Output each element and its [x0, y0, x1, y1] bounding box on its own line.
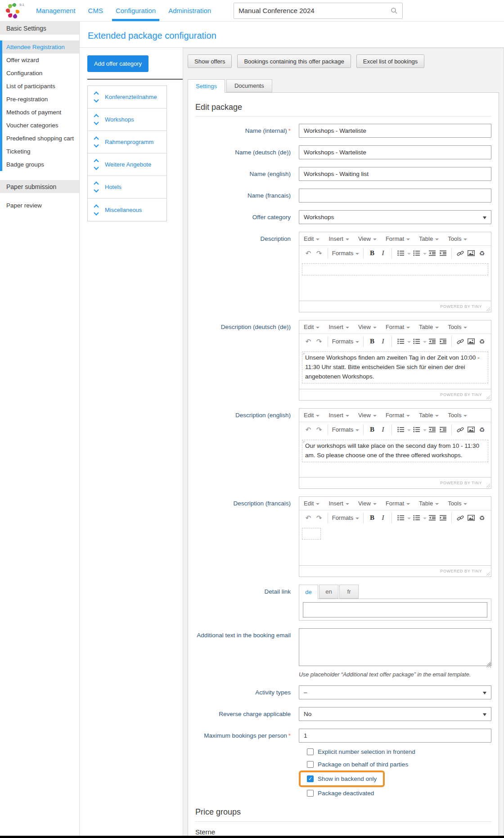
offer-category-link[interactable]: Workshops: [105, 116, 134, 123]
formats-dropdown[interactable]: Formats: [331, 424, 360, 436]
offer-category-link[interactable]: Konferenzteilnahme: [105, 94, 157, 100]
checkbox-package-on-behalf-of-third-parties[interactable]: [307, 761, 314, 768]
editor-menu-insert[interactable]: Insert: [328, 412, 349, 419]
outdent-icon[interactable]: [427, 336, 437, 347]
editor-menu-tools[interactable]: Tools: [448, 500, 467, 507]
editor-menu-edit[interactable]: Edit: [304, 500, 320, 507]
numbered-list-icon[interactable]: [411, 248, 422, 259]
tab-documents[interactable]: Documents: [226, 79, 272, 92]
indent-icon[interactable]: [437, 512, 448, 524]
detail-link-tab-fr[interactable]: fr: [339, 585, 359, 599]
move-down-icon[interactable]: [94, 187, 99, 192]
editor-menu-format[interactable]: Format: [386, 324, 410, 330]
image-icon[interactable]: [466, 424, 477, 436]
offer-category-select[interactable]: Workshops: [299, 210, 491, 224]
formats-dropdown[interactable]: Formats: [331, 248, 360, 259]
editor-menu-tools[interactable]: Tools: [448, 412, 467, 419]
paragraph-block[interactable]: [302, 528, 321, 540]
redo-icon[interactable]: ↷: [314, 512, 324, 524]
nav-item-management[interactable]: Management: [30, 0, 82, 21]
select-dropdown[interactable]: –: [299, 685, 491, 699]
max-bookings-input[interactable]: [299, 729, 491, 743]
move-down-icon[interactable]: [94, 97, 99, 102]
offer-category-link[interactable]: Weitere Angebote: [105, 161, 151, 168]
action-button-2[interactable]: Excel list of bookings: [356, 54, 424, 68]
italic-icon[interactable]: I: [378, 424, 388, 436]
undo-icon[interactable]: ↶: [303, 248, 314, 259]
editor-menu-insert[interactable]: Insert: [328, 324, 349, 330]
move-up-icon[interactable]: [94, 181, 99, 186]
text-input[interactable]: [299, 145, 491, 159]
move-up-icon[interactable]: [94, 136, 99, 141]
indent-icon[interactable]: [437, 336, 448, 347]
resize-grip[interactable]: [486, 395, 490, 399]
move-down-icon[interactable]: [94, 120, 99, 125]
checkbox-explicit-number-selection-in-frontend[interactable]: [307, 748, 314, 755]
app-logo-icon[interactable]: 9.1: [5, 3, 21, 19]
indent-icon[interactable]: [437, 248, 448, 259]
sidebar-item-badge-groups[interactable]: Badge groups: [2, 158, 79, 171]
editor-menu-edit[interactable]: Edit: [304, 235, 320, 242]
resize-grip[interactable]: [486, 571, 490, 576]
bold-icon[interactable]: B: [367, 512, 378, 524]
offer-category-link[interactable]: Rahmenprogramm: [105, 139, 153, 145]
move-down-icon[interactable]: [94, 210, 99, 215]
detail-link-tab-de[interactable]: de: [299, 585, 318, 599]
editor-menu-insert[interactable]: Insert: [328, 235, 349, 242]
fullscreen-icon[interactable]: ♻: [477, 248, 487, 259]
nav-item-administration[interactable]: Administration: [162, 0, 217, 21]
search-value[interactable]: Manual Conference 2024: [238, 7, 391, 14]
undo-icon[interactable]: ↶: [303, 512, 314, 524]
image-icon[interactable]: [466, 512, 477, 524]
editor-menu-format[interactable]: Format: [386, 500, 410, 507]
sidebar-item-voucher-categories[interactable]: Voucher categories: [2, 119, 79, 132]
editor-content[interactable]: POur workshops will take place on the se…: [299, 437, 491, 477]
editor-content[interactable]: [299, 525, 491, 565]
search-icon[interactable]: [391, 7, 398, 14]
redo-icon[interactable]: ↷: [314, 336, 324, 347]
tab-settings[interactable]: Settings: [188, 79, 225, 93]
undo-icon[interactable]: ↶: [303, 424, 314, 436]
image-icon[interactable]: [466, 336, 477, 347]
checkbox-package-deactivated[interactable]: [307, 790, 314, 797]
editor-menu-format[interactable]: Format: [386, 235, 410, 242]
resize-grip[interactable]: [486, 483, 490, 487]
editor-menu-view[interactable]: View: [358, 324, 377, 330]
outdent-icon[interactable]: [427, 248, 437, 259]
action-button-1[interactable]: Bookings containing this offer package: [237, 54, 351, 68]
move-up-icon[interactable]: [94, 91, 99, 96]
sidebar-item-paper-review[interactable]: Paper review: [0, 199, 79, 212]
italic-icon[interactable]: I: [378, 336, 388, 347]
link-icon[interactable]: [455, 424, 466, 436]
redo-icon[interactable]: ↷: [314, 424, 324, 436]
sidebar-item-predefined-shopping-cart[interactable]: Predefined shopping cart: [2, 132, 79, 145]
outdent-icon[interactable]: [427, 512, 437, 524]
indent-icon[interactable]: [437, 424, 448, 436]
detail-link-input[interactable]: [303, 602, 487, 617]
fullscreen-icon[interactable]: ♻: [477, 512, 487, 524]
editor-content[interactable]: PUnsere Workshops finden am zweiten Tag …: [299, 349, 491, 389]
redo-icon[interactable]: ↷: [314, 248, 324, 259]
italic-icon[interactable]: I: [378, 248, 388, 259]
paragraph-block[interactable]: [302, 263, 488, 275]
link-icon[interactable]: [455, 512, 466, 524]
sidebar-item-ticketing[interactable]: Ticketing: [2, 145, 79, 158]
paragraph-block[interactable]: PUnsere Workshops finden am zweiten Tag …: [302, 351, 488, 383]
bold-icon[interactable]: B: [367, 248, 378, 259]
nav-item-cms[interactable]: CMS: [82, 0, 109, 21]
italic-icon[interactable]: I: [378, 512, 388, 524]
offer-category-link[interactable]: Miscellaneous: [105, 207, 142, 213]
select-dropdown[interactable]: No: [299, 707, 491, 721]
undo-icon[interactable]: ↶: [303, 336, 314, 347]
image-icon[interactable]: [466, 248, 477, 259]
fullscreen-icon[interactable]: ♻: [477, 424, 487, 436]
offer-category-link[interactable]: Hotels: [105, 184, 122, 190]
move-up-icon[interactable]: [94, 159, 99, 164]
editor-menu-table[interactable]: Table: [419, 235, 439, 242]
bullet-list-icon[interactable]: [395, 248, 406, 259]
price-group-row[interactable]: Sterne: [195, 828, 491, 836]
text-input[interactable]: [299, 167, 491, 181]
detail-link-tab-en[interactable]: en: [319, 585, 338, 599]
checkbox-show-in-backend-only[interactable]: ✓: [307, 775, 314, 782]
numbered-list-icon[interactable]: [411, 424, 422, 436]
